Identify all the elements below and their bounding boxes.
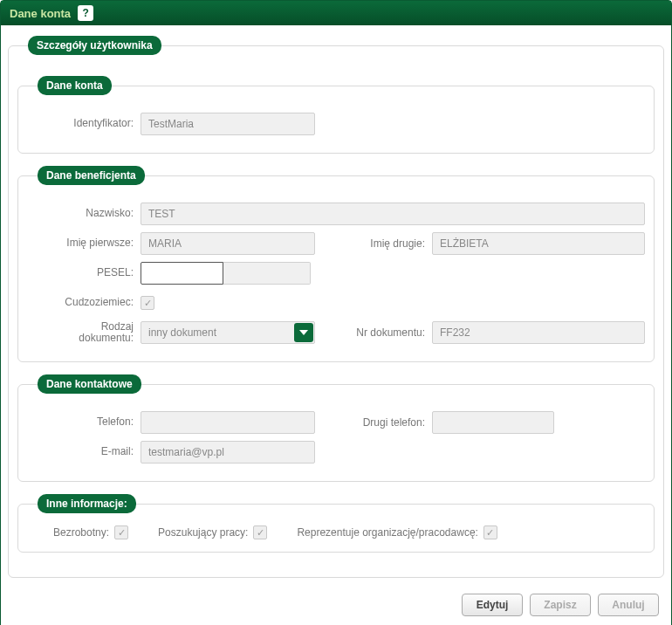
help-icon[interactable]: ? [78,5,93,21]
doc-type-label: Rodzajdokumentu: [27,321,141,344]
cancel-button: Anuluj [598,594,659,616]
doc-type-value: inny dokument [141,321,315,344]
pesel-field-1[interactable] [141,262,223,285]
represents-org-group: Reprezentuje organizację/pracodawcę: [297,525,497,539]
pesel-label: PESEL: [27,267,141,279]
button-bar: Edytuj Zapisz Anuluj [8,590,664,620]
firstname-field [141,232,315,255]
identifier-field [141,113,315,135]
lastname-label: Nazwisko: [27,208,141,220]
user-details-fieldset: Szczegóły użytkownika Dane konta Identyf… [8,36,664,578]
account-legend: Dane konta [38,76,112,95]
secondname-field [432,232,645,255]
other-info-fieldset: Inne informacje: Bezrobotny: Poszukujący… [17,494,655,553]
foreigner-label: Cudzoziemiec: [27,297,141,309]
jobseeker-label: Poszukujący pracy: [158,526,248,539]
user-details-legend: Szczegóły użytkownika [28,36,161,55]
jobseeker-group: Poszukujący pracy: [158,525,267,539]
jobseeker-checkbox [253,525,267,539]
foreigner-checkbox [141,296,154,310]
beneficiary-legend: Dane beneficjenta [38,166,145,185]
phone-field [141,411,315,434]
doc-number-field [432,321,645,344]
other-info-legend: Inne informacje: [38,494,136,513]
unemployed-group: Bezrobotny: [53,525,128,539]
contact-legend: Dane kontaktowe [38,374,141,394]
contact-fieldset: Dane kontaktowe Telefon: Drugi telefon: … [17,374,655,482]
represents-org-label: Reprezentuje organizację/pracodawcę: [297,526,477,539]
account-fieldset: Dane konta Identyfikator: [17,76,655,154]
phone2-field [432,411,554,434]
edit-button[interactable]: Edytuj [462,594,523,616]
phone2-label: Drugi telefon: [336,416,432,429]
save-button: Zapisz [530,594,591,616]
lastname-field [141,203,645,225]
window-title: Dane konta [10,7,71,20]
secondname-label: Imię drugie: [336,237,432,250]
titlebar: Dane konta ? [1,1,671,25]
beneficiary-fieldset: Dane beneficjenta Nazwisko: Imię pierwsz… [17,166,655,362]
content-area: Szczegóły użytkownika Dane konta Identyf… [1,25,671,625]
unemployed-checkbox [114,525,128,539]
doc-number-label: Nr dokumentu: [336,326,432,339]
doc-type-select[interactable]: inny dokument [141,321,315,344]
email-field [141,441,315,464]
account-data-window: Dane konta ? Szczegóły użytkownika Dane … [0,0,672,625]
chevron-down-icon[interactable] [294,323,313,342]
firstname-label: Imię pierwsze: [27,237,141,250]
email-label: E-mail: [27,446,141,458]
represents-org-checkbox [483,525,497,539]
phone-label: Telefon: [27,416,141,429]
pesel-group [141,262,311,285]
identifier-label: Identyfikator: [27,118,141,130]
unemployed-label: Bezrobotny: [53,526,109,539]
pesel-field-2 [223,262,311,285]
